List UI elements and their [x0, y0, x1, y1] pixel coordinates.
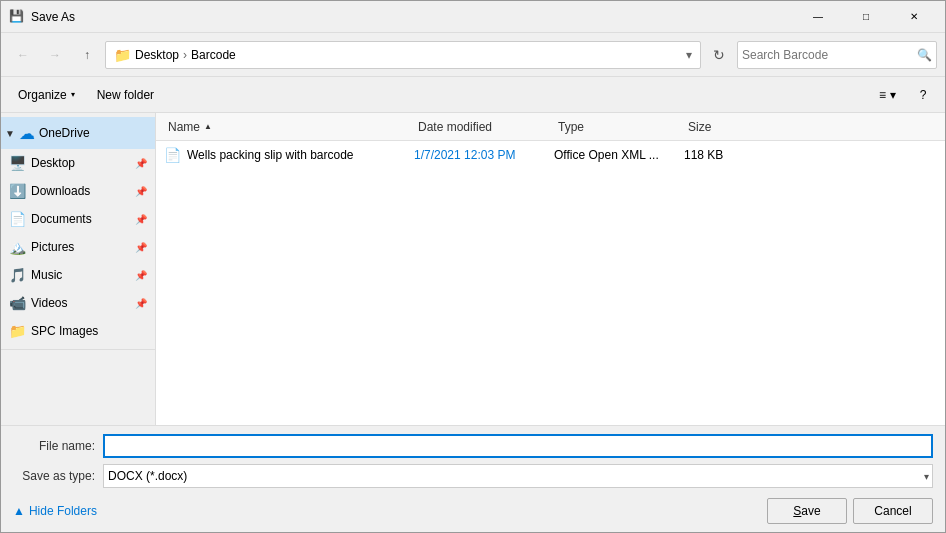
window-icon: 💾 [9, 9, 25, 25]
sort-arrow-icon: ▲ [204, 122, 212, 131]
filetype-label: Save as type: [13, 469, 95, 483]
sidebar-item-onedrive[interactable]: ▼ ☁ OneDrive [1, 117, 155, 149]
filename-label: File name: [13, 439, 95, 453]
cancel-button[interactable]: Cancel [853, 498, 933, 524]
pictures-pin-icon: 📌 [135, 242, 147, 253]
file-list-header: Name ▲ Date modified Type Size [156, 113, 945, 141]
address-bar: ← → ↑ 📁 Desktop › Barcode ▾ ↻ 🔍 [1, 33, 945, 77]
minimize-button[interactable]: — [795, 1, 841, 33]
file-name-cell: 📄 Wells packing slip with barcode [164, 147, 414, 163]
view-icon: ≡ [879, 88, 886, 102]
cancel-label: Cancel [874, 504, 911, 518]
view-dropdown-icon: ▾ [890, 88, 896, 102]
path-dropdown-icon: ▾ [686, 48, 692, 62]
sidebar-item-pictures-label: Pictures [31, 240, 129, 254]
downloads-icon: ⬇️ [9, 183, 25, 199]
file-type-cell: Office Open XML ... [554, 148, 684, 162]
organize-dropdown-icon: ▾ [71, 90, 75, 99]
music-icon: 🎵 [9, 267, 25, 283]
new-folder-label: New folder [97, 88, 154, 102]
videos-icon: 📹 [9, 295, 25, 311]
videos-pin-icon: 📌 [135, 298, 147, 309]
address-path[interactable]: 📁 Desktop › Barcode ▾ [105, 41, 701, 69]
col-header-type[interactable]: Type [554, 120, 684, 134]
hide-folders-label: Hide Folders [29, 504, 97, 518]
hide-folders-arrow-icon: ▲ [13, 504, 25, 518]
forward-button[interactable]: → [41, 41, 69, 69]
col-header-name[interactable]: Name ▲ [164, 120, 414, 134]
spc-images-icon: 📁 [9, 323, 25, 339]
table-row[interactable]: 📄 Wells packing slip with barcode 1/7/20… [156, 141, 945, 169]
file-icon: 📄 [164, 147, 181, 163]
window-controls: — □ ✕ [795, 1, 937, 33]
save-button[interactable]: Save [767, 498, 847, 524]
search-icon: 🔍 [917, 48, 932, 62]
help-button[interactable]: ? [909, 82, 937, 108]
col-date-label: Date modified [418, 120, 492, 134]
sidebar-item-videos-label: Videos [31, 296, 129, 310]
sidebar-item-music[interactable]: 🎵 Music 📌 [1, 261, 155, 289]
col-name-label: Name [168, 120, 200, 134]
col-size-label: Size [688, 120, 711, 134]
save-label: Save [793, 504, 820, 518]
view-button[interactable]: ≡ ▾ [870, 82, 905, 108]
search-input[interactable] [742, 48, 917, 62]
documents-pin-icon: 📌 [135, 214, 147, 225]
filetype-select[interactable]: DOCX (*.docx) DOC (*.doc) PDF (*.pdf) TX… [103, 464, 933, 488]
organize-label: Organize [18, 88, 67, 102]
organize-button[interactable]: Organize ▾ [9, 82, 84, 108]
path-folder-icon: 📁 [114, 47, 131, 63]
col-header-size[interactable]: Size [684, 120, 764, 134]
sidebar-item-documents[interactable]: 📄 Documents 📌 [1, 205, 155, 233]
file-area: Name ▲ Date modified Type Size 📄 Wells p… [156, 113, 945, 425]
col-type-label: Type [558, 120, 584, 134]
new-folder-button[interactable]: New folder [88, 82, 163, 108]
sidebar-item-desktop[interactable]: 🖥️ Desktop 📌 [1, 149, 155, 177]
col-header-date[interactable]: Date modified [414, 120, 554, 134]
downloads-pin-icon: 📌 [135, 186, 147, 197]
sidebar-item-pictures[interactable]: 🏔️ Pictures 📌 [1, 233, 155, 261]
filetype-row: Save as type: DOCX (*.docx) DOC (*.doc) … [13, 464, 933, 488]
main-area: ▼ ☁ OneDrive 🖥️ Desktop 📌 ⬇️ Downloads 📌… [1, 113, 945, 425]
file-type-label: Office Open XML ... [554, 148, 659, 162]
bottom-area: File name: Save as type: DOCX (*.docx) D… [1, 425, 945, 532]
action-row: ▲ Hide Folders Save Cancel [13, 494, 933, 524]
save-as-dialog: 💾 Save As — □ ✕ ← → ↑ 📁 Desktop › Barcod… [0, 0, 946, 533]
desktop-icon: 🖥️ [9, 155, 25, 171]
file-size-label: 118 KB [684, 148, 723, 162]
title-bar: 💾 Save As — □ ✕ [1, 1, 945, 33]
sidebar-item-desktop-label: Desktop [31, 156, 129, 170]
refresh-button[interactable]: ↻ [705, 41, 733, 69]
search-box[interactable]: 🔍 [737, 41, 937, 69]
sidebar-item-downloads[interactable]: ⬇️ Downloads 📌 [1, 177, 155, 205]
onedrive-label: OneDrive [39, 126, 90, 140]
path-separator-1: › [183, 48, 187, 62]
sidebar-section: 🖥️ Desktop 📌 ⬇️ Downloads 📌 📄 Documents … [1, 149, 155, 357]
sidebar-item-spc-images-label: SPC Images [31, 324, 147, 338]
sidebar: ▼ ☁ OneDrive 🖥️ Desktop 📌 ⬇️ Downloads 📌… [1, 113, 156, 425]
help-icon: ? [920, 88, 927, 102]
up-button[interactable]: ↑ [73, 41, 101, 69]
onedrive-icon: ☁ [19, 124, 35, 143]
documents-icon: 📄 [9, 211, 25, 227]
sidebar-item-downloads-label: Downloads [31, 184, 129, 198]
music-pin-icon: 📌 [135, 270, 147, 281]
filename-row: File name: [13, 434, 933, 458]
toolbar: Organize ▾ New folder ≡ ▾ ? [1, 77, 945, 113]
window-title: Save As [31, 10, 795, 24]
sidebar-item-videos[interactable]: 📹 Videos 📌 [1, 289, 155, 317]
pictures-icon: 🏔️ [9, 239, 25, 255]
expand-arrow-icon: ▼ [5, 128, 15, 139]
back-button[interactable]: ← [9, 41, 37, 69]
file-size-cell: 118 KB [684, 148, 764, 162]
close-button[interactable]: ✕ [891, 1, 937, 33]
filetype-select-wrapper: DOCX (*.docx) DOC (*.doc) PDF (*.pdf) TX… [103, 464, 933, 488]
filename-input[interactable] [103, 434, 933, 458]
sidebar-item-documents-label: Documents [31, 212, 129, 226]
hide-folders-button[interactable]: ▲ Hide Folders [13, 504, 97, 518]
sidebar-item-music-label: Music [31, 268, 129, 282]
sidebar-item-spc-images[interactable]: 📁 SPC Images [1, 317, 155, 345]
maximize-button[interactable]: □ [843, 1, 889, 33]
path-desktop: Desktop [135, 48, 179, 62]
file-name-label: Wells packing slip with barcode [187, 148, 354, 162]
